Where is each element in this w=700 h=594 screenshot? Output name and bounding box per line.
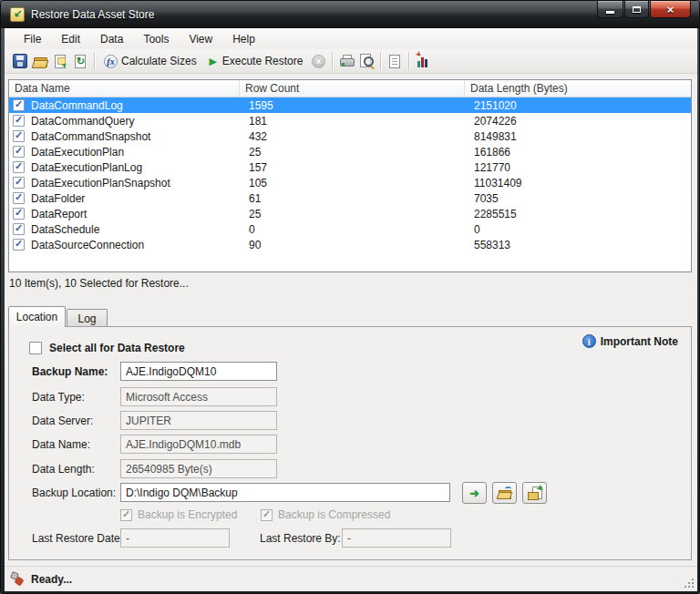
row-count-value: 432 (243, 130, 468, 143)
calculate-icon: fx (104, 55, 118, 68)
green-arrow-icon: ➜ (469, 487, 479, 499)
table-row[interactable]: DataFolder 61 7035 (9, 190, 691, 206)
menu-file[interactable]: File (14, 29, 51, 49)
important-note-label: Important Note (601, 335, 678, 348)
backup-location-label: Backup Location: (32, 486, 116, 499)
table-row[interactable]: DataSchedule 0 0 (9, 221, 691, 237)
go-button[interactable]: ➜ (462, 482, 487, 504)
table-row[interactable]: DataExecutionPlanLog 157 121770 (9, 159, 691, 175)
tab-location[interactable]: Location (8, 306, 66, 327)
row-data-length-value: 2151020 (468, 99, 691, 112)
print-button[interactable] (336, 51, 356, 71)
tab-log[interactable]: Log (67, 309, 108, 327)
data-type-label: Data Type: (32, 391, 85, 404)
menu-help[interactable]: Help (222, 29, 265, 49)
backup-encrypted-checkbox: Backup is Encrypted (120, 508, 237, 521)
play-icon: ▶ (208, 54, 219, 68)
table-row[interactable]: DataSourceConnection 90 558313 (9, 237, 691, 252)
resize-grip[interactable] (684, 578, 695, 589)
minimize-button[interactable] (597, 1, 623, 18)
toolbar-separator (408, 52, 409, 70)
checkbox-box (261, 509, 273, 521)
report-button[interactable] (385, 51, 405, 71)
row-data-length-value: 8149831 (468, 130, 691, 143)
backup-name-input[interactable]: AJE.IndigoDQM10 (120, 362, 277, 381)
row-checkbox[interactable] (13, 130, 25, 142)
backup-encrypted-label: Backup is Encrypted (138, 508, 237, 521)
table-row[interactable]: DataCommandQuery 181 2074226 (9, 113, 691, 128)
row-count-value: 0 (243, 223, 468, 236)
selection-summary: 10 Item(s), 10 Selected for Restore... (9, 277, 189, 290)
backup-location-value: D:\Indigo DQM\Backup (126, 486, 238, 499)
column-header-data-name[interactable]: Data Name (9, 80, 240, 97)
checkbox-box (120, 509, 132, 521)
table-row[interactable]: DataCommandSnapshot 432 8149831 (9, 128, 691, 144)
close-button[interactable]: × (650, 1, 691, 18)
data-server-value: JUPITER (126, 415, 171, 427)
minimize-icon (606, 11, 614, 14)
column-header-row-count[interactable]: Row Count (240, 80, 465, 97)
row-checkbox[interactable] (13, 177, 25, 189)
select-all-checkbox[interactable]: Select all for Data Restore (29, 342, 185, 354)
export-button[interactable] (50, 51, 70, 71)
select-all-label: Select all for Data Restore (49, 342, 185, 354)
data-server-label: Data Server: (32, 415, 93, 427)
window-title: Restore Data Asset Store (31, 8, 154, 21)
last-restore-by-label: Last Restore By: (260, 532, 341, 545)
browse-folder-icon (498, 487, 511, 499)
status-text: Ready... (31, 573, 72, 586)
row-checkbox[interactable] (13, 192, 25, 204)
toolbar-separator (380, 52, 381, 70)
save-button[interactable] (10, 51, 30, 71)
checkbox-box[interactable] (29, 342, 42, 354)
row-checkbox[interactable] (13, 115, 25, 127)
row-data-name: DataCommandSnapshot (31, 130, 150, 143)
last-restore-by-input: - (342, 528, 451, 548)
row-count-value: 90 (243, 239, 468, 251)
maximize-button[interactable] (624, 1, 649, 18)
important-note[interactable]: i Important Note (582, 334, 678, 348)
row-checkbox[interactable] (13, 223, 25, 235)
last-restore-date-value: - (126, 532, 129, 545)
row-data-name: DataSchedule (31, 223, 99, 236)
menu-view[interactable]: View (179, 29, 222, 49)
printer-icon (339, 54, 354, 68)
row-data-length-value: 0 (468, 223, 691, 236)
calculate-sizes-button[interactable]: fx Calculate Sizes (98, 51, 202, 71)
export-icon (55, 55, 66, 68)
set-location-button[interactable]: ➤ (522, 482, 547, 504)
window-content: File Edit Data Tools View Help fx Calcul… (5, 28, 697, 591)
menu-tools[interactable]: Tools (133, 29, 179, 49)
execute-restore-button[interactable]: ▶ Execute Restore (202, 51, 309, 71)
chart-icon (416, 54, 430, 68)
row-checkbox[interactable] (13, 99, 25, 111)
row-count-value: 61 (243, 192, 468, 205)
save-icon (13, 54, 27, 68)
menu-data[interactable]: Data (90, 29, 133, 49)
data-server-input: JUPITER (120, 411, 277, 430)
menu-edit[interactable]: Edit (51, 29, 90, 49)
browse-folder-button[interactable] (492, 482, 517, 504)
row-checkbox[interactable] (13, 208, 25, 220)
data-table: Data Name Row Count Data Length (Bytes) … (8, 79, 692, 272)
backup-location-input[interactable]: D:\Indigo DQM\Backup (120, 483, 450, 502)
title-bar[interactable]: Restore Data Asset Store × (1, 1, 699, 28)
column-header-data-length[interactable]: Data Length (Bytes) (465, 80, 691, 97)
row-checkbox[interactable] (13, 161, 25, 173)
table-header[interactable]: Data Name Row Count Data Length (Bytes) (9, 80, 691, 97)
table-row[interactable]: DataCommandLog 1595 2151020 (9, 97, 691, 113)
table-row[interactable]: DataExecutionPlanSnapshot 105 11031409 (9, 175, 691, 190)
row-checkbox[interactable] (13, 239, 25, 251)
open-button[interactable] (30, 51, 50, 71)
data-name-input: AJE.IndigoDQM10.mdb (120, 435, 277, 454)
row-checkbox[interactable] (13, 146, 25, 158)
stop-button: × (308, 51, 328, 71)
row-data-name: DataExecutionPlanSnapshot (31, 177, 170, 189)
row-data-length-value: 11031409 (468, 177, 691, 189)
print-preview-button[interactable] (356, 51, 376, 71)
app-window: Restore Data Asset Store × File Edit Dat… (0, 0, 700, 594)
table-row[interactable]: DataExecutionPlan 25 161866 (9, 144, 691, 159)
chart-button[interactable] (413, 51, 433, 71)
refresh-button[interactable] (70, 51, 90, 71)
table-row[interactable]: DataReport 25 2285515 (9, 206, 691, 221)
